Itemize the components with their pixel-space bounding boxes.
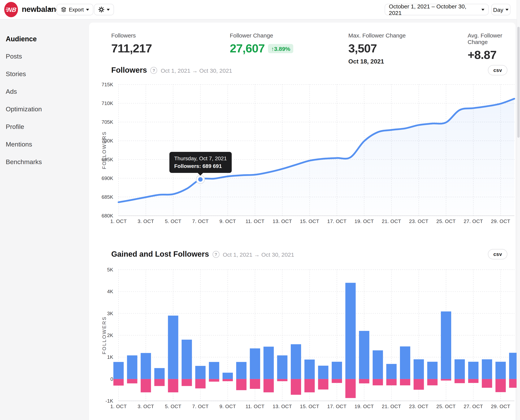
gained-bar[interactable]: [291, 344, 301, 379]
gained-bar[interactable]: [345, 283, 356, 379]
help-icon[interactable]: ?: [150, 67, 157, 74]
x-tick-label: 1. OCT: [110, 404, 127, 409]
lost-bar[interactable]: [332, 379, 342, 383]
lost-bar[interactable]: [127, 379, 137, 383]
gained-bar[interactable]: [482, 359, 492, 379]
lost-bar[interactable]: [496, 379, 506, 392]
x-tick-label: 3. OCT: [138, 404, 154, 409]
lost-bar[interactable]: [304, 379, 315, 392]
gained-bar[interactable]: [414, 359, 424, 379]
sidebar-item-benchmarks[interactable]: Benchmarks: [6, 158, 89, 166]
stat-value: 711,217: [111, 42, 152, 55]
lost-bar[interactable]: [482, 379, 492, 388]
gained-bar[interactable]: [277, 355, 288, 379]
gained-bar[interactable]: [359, 331, 369, 379]
lost-bar[interactable]: [263, 379, 274, 392]
lost-bar[interactable]: [400, 379, 410, 385]
lost-bar[interactable]: [209, 379, 219, 382]
followers-csv-button[interactable]: csv: [488, 65, 507, 75]
sidebar-item-stories[interactable]: Stories: [6, 70, 89, 78]
gained-bar[interactable]: [154, 368, 165, 379]
lost-bar[interactable]: [195, 379, 206, 389]
lost-bar[interactable]: [427, 379, 438, 385]
lost-bar[interactable]: [414, 379, 424, 390]
lost-bar[interactable]: [141, 379, 151, 392]
stat-label: Avg. Follower Change: [468, 32, 515, 45]
y-tick-label: 1K: [107, 354, 113, 360]
sidebar-item-mentions[interactable]: Mentions: [6, 141, 89, 148]
settings-caret-icon: [107, 9, 110, 10]
lost-bar[interactable]: [468, 379, 478, 383]
gained-bar[interactable]: [209, 362, 219, 379]
gained-bar[interactable]: [496, 362, 506, 379]
x-tick-label: 11. OCT: [245, 404, 264, 409]
gained-bar[interactable]: [182, 340, 192, 379]
app-viewport: NB newbalance Export: [0, 0, 520, 420]
lost-bar[interactable]: [345, 379, 356, 398]
scrollbar-track[interactable]: [517, 0, 520, 420]
y-tick-label: 705K: [102, 119, 113, 125]
followers-line-chart[interactable]: 680K685K690K695K700K705K710K715K1. OCT3.…: [100, 81, 520, 228]
gained-bar[interactable]: [386, 364, 397, 379]
layers-icon: [61, 7, 67, 13]
settings-button[interactable]: [94, 4, 114, 15]
lost-bar[interactable]: [168, 379, 178, 392]
x-tick-label: 21. OCT: [382, 218, 401, 224]
lost-bar[interactable]: [223, 379, 233, 381]
lost-bar[interactable]: [182, 379, 192, 386]
gained-bar[interactable]: [332, 362, 342, 379]
y-tick-label: 3K: [107, 311, 113, 316]
gained-bar[interactable]: [127, 355, 137, 379]
account-dropdown-caret-icon[interactable]: [48, 8, 52, 11]
help-icon[interactable]: ?: [212, 251, 219, 258]
gained-bar[interactable]: [195, 366, 206, 379]
scrollbar-thumb[interactable]: [517, 27, 520, 138]
sidebar-item-ads[interactable]: Ads: [6, 88, 89, 96]
gained-bar[interactable]: [454, 359, 465, 379]
gained-bar[interactable]: [373, 350, 383, 379]
gained-bar[interactable]: [263, 346, 274, 379]
gained-bar[interactable]: [223, 373, 233, 379]
lost-bar[interactable]: [250, 379, 260, 389]
gained-lost-csv-button[interactable]: csv: [488, 249, 507, 259]
sidebar-item-profile[interactable]: Profile: [6, 123, 89, 131]
granularity-button[interactable]: Day: [491, 4, 510, 15]
gained-bar[interactable]: [250, 348, 260, 379]
export-button[interactable]: Export: [57, 4, 93, 15]
sidebar-item-audience[interactable]: Audience: [6, 35, 89, 43]
lost-bar[interactable]: [359, 379, 369, 383]
sidebar-item-posts[interactable]: Posts: [6, 53, 89, 60]
gained-bar[interactable]: [441, 311, 451, 379]
lost-bar[interactable]: [441, 379, 451, 381]
lost-bar[interactable]: [113, 379, 124, 386]
gained-lost-bar-chart[interactable]: -1K01K2K3K4K5K1. OCT3. OCT5. OCT7. OCT9.…: [100, 266, 520, 413]
stat-label: Follower Change: [230, 32, 293, 39]
gained-bar[interactable]: [468, 362, 478, 379]
lost-bar[interactable]: [373, 379, 383, 385]
lost-bar[interactable]: [318, 379, 328, 390]
lost-bar[interactable]: [154, 379, 165, 386]
lost-bars-series: [113, 379, 520, 398]
stat-max-follower-change: Max. Follower Change3,507Oct 18, 2021: [348, 32, 406, 65]
gained-bar[interactable]: [318, 366, 328, 379]
sidebar-item-optimization[interactable]: Optimization: [6, 105, 89, 113]
gained-bar[interactable]: [236, 362, 246, 379]
lost-bar[interactable]: [277, 379, 288, 381]
gained-bar[interactable]: [141, 353, 151, 379]
lost-bar[interactable]: [386, 379, 397, 385]
sidebar-nav: AudiencePostsStoriesAdsOptimizationProfi…: [0, 19, 89, 420]
x-tick-label: 7. OCT: [192, 218, 208, 224]
gained-bar[interactable]: [168, 315, 178, 379]
lost-bar[interactable]: [454, 379, 465, 383]
gained-bar[interactable]: [427, 362, 438, 379]
gained-bar[interactable]: [304, 360, 315, 379]
gained-lost-chart-title: Gained and Lost Followers: [111, 250, 209, 258]
lost-bar[interactable]: [291, 379, 301, 395]
date-range-button[interactable]: October 1, 2021 – October 30, 2021: [385, 4, 489, 15]
x-tick-label: 11. OCT: [245, 218, 264, 224]
svg-text:NB: NB: [7, 6, 17, 13]
x-tick-label: 9. OCT: [219, 404, 236, 409]
gained-bar[interactable]: [400, 346, 410, 379]
lost-bar[interactable]: [236, 379, 246, 390]
gained-bar[interactable]: [113, 362, 124, 379]
